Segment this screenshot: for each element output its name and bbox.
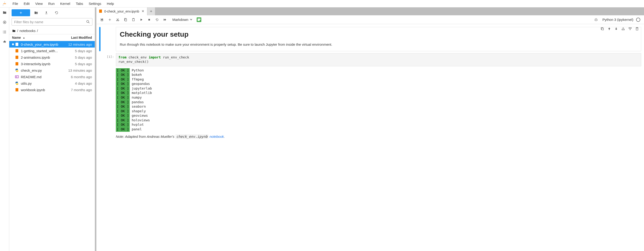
new-folder-icon[interactable] (32, 9, 40, 16)
ok-badge: [ OK ] (116, 91, 130, 95)
svg-rect-24 (16, 58, 17, 58)
file-row[interactable]: 3-interactivity.ipynb5 days ago (9, 61, 95, 67)
restart-icon[interactable] (153, 17, 161, 23)
menu-settings[interactable]: Settings (86, 1, 104, 7)
file-name: README.md (21, 75, 69, 79)
svg-rect-22 (16, 56, 18, 57)
kernel-name[interactable]: Python 3 (ipykernel) (602, 18, 633, 22)
note-link[interactable]: notebook (210, 135, 224, 138)
svg-rect-32 (16, 89, 18, 89)
output-check-row: [ OK ]numpy (116, 95, 641, 100)
file-row[interactable]: 2-animations.ipynb5 days ago (9, 54, 95, 61)
file-row[interactable]: 1-getting_started_with...5 days ago (9, 48, 95, 54)
notebook-toolbar: Markdown Python 3 (ipykernel) (96, 15, 644, 24)
ok-badge: [ OK ] (116, 122, 130, 127)
new-tab-button[interactable]: + (147, 8, 155, 15)
col-name-label[interactable]: Name (12, 36, 21, 40)
menu-tabs[interactable]: Tabs (74, 1, 86, 7)
running-kernels-icon[interactable] (2, 20, 7, 25)
svg-rect-9 (4, 33, 6, 33)
svg-rect-37 (100, 11, 102, 11)
svg-rect-23 (16, 57, 18, 58)
svg-point-11 (87, 21, 89, 23)
insert-cell-icon[interactable] (106, 17, 114, 23)
folder-icon[interactable] (2, 10, 7, 15)
output-check-row: [ OK ]jupyterlab (116, 86, 641, 91)
run-icon[interactable] (138, 17, 145, 23)
menu-help[interactable]: Help (104, 1, 116, 7)
output-check-row: [ OK ]holoviews (116, 118, 641, 123)
file-modified: 13 minutes ago (66, 68, 92, 72)
file-row[interactable]: utils.py4 days ago (9, 80, 95, 87)
ok-badge: [ OK ] (116, 86, 130, 91)
python-icon (15, 81, 19, 85)
svg-rect-50 (133, 18, 134, 19)
cut-icon[interactable] (114, 17, 122, 23)
svg-rect-54 (198, 20, 200, 21)
markdown-heading: Checking your setup (120, 30, 637, 38)
menu-run[interactable]: Run (46, 1, 57, 7)
render-side-by-side-icon[interactable] (197, 18, 201, 22)
ok-badge: [ OK ] (116, 100, 130, 105)
check-name: panel (130, 127, 142, 132)
markdown-cell[interactable]: ▼ Checking your setup Run through this n… (99, 27, 641, 51)
check-name: shapely (130, 109, 146, 114)
svg-rect-34 (16, 90, 17, 91)
file-name: utils.py (21, 81, 73, 85)
cell-type-select[interactable]: Markdown (170, 18, 194, 22)
close-icon[interactable] (141, 9, 145, 14)
breadcrumb-root[interactable]: / (17, 29, 18, 33)
file-row[interactable]: workbook.ipynb7 months ago (9, 87, 95, 93)
file-filter-input[interactable] (12, 18, 92, 26)
check-name: Python (130, 68, 144, 73)
svg-line-12 (88, 22, 90, 23)
svg-rect-7 (4, 32, 6, 32)
interrupt-icon[interactable] (146, 17, 153, 23)
code-input[interactable]: from check_env import run_env_check run_… (116, 53, 641, 66)
jupyter-logo-icon (2, 1, 8, 7)
file-list-header[interactable]: Name ▲ Last Modified (9, 34, 95, 41)
file-modified: 5 days ago (73, 56, 92, 59)
svg-point-1 (3, 5, 4, 5)
ok-badge: [ OK ] (116, 104, 130, 109)
copy-icon[interactable] (122, 17, 129, 23)
menu-view[interactable]: View (33, 1, 45, 7)
save-icon[interactable] (98, 17, 106, 23)
new-launcher-button[interactable] (12, 9, 30, 16)
tab-notebook[interactable]: 0-check_your_env.ipynb (96, 8, 147, 15)
file-row[interactable]: check_env.py13 minutes ago (9, 67, 95, 74)
dirty-indicator-icon (12, 43, 14, 45)
ok-badge: [ OK ] (116, 118, 130, 123)
check-name: holoviews (130, 118, 150, 123)
extensions-icon[interactable] (2, 40, 7, 44)
file-name: 2-animations.ipynb (21, 56, 73, 59)
file-row[interactable]: 0-check_your_env.ipynb12 minutes ago (9, 41, 95, 48)
file-list: 0-check_your_env.ipynb12 minutes ago1-ge… (9, 41, 95, 251)
cell-type-label: Markdown (172, 18, 188, 22)
file-modified: 5 days ago (73, 49, 92, 53)
upload-icon[interactable] (42, 9, 50, 16)
sort-asc-icon: ▲ (23, 37, 25, 39)
svg-text:M↓: M↓ (16, 76, 18, 78)
menu-kernel[interactable]: Kernel (58, 1, 72, 7)
collapse-heading-icon[interactable]: ▼ (96, 31, 97, 34)
debugger-icon[interactable] (592, 17, 600, 23)
output-check-row: [ OK ]seaborn (116, 104, 641, 109)
ok-badge: [ OK ] (116, 113, 130, 118)
toc-icon[interactable] (2, 30, 7, 34)
file-name: check_env.py (21, 68, 66, 72)
kernel-status-icon[interactable] (636, 18, 640, 22)
menu-file[interactable]: File (10, 1, 20, 7)
menu-edit[interactable]: Edit (21, 1, 32, 7)
code-prompt: [1]: (102, 53, 116, 139)
notebook-icon (15, 62, 19, 66)
breadcrumb[interactable]: / notebooks / (9, 27, 95, 34)
col-modified-label[interactable]: Last Modified (71, 36, 92, 40)
code-cell[interactable]: [1]: from check_env import run_env_check… (99, 53, 641, 139)
svg-point-8 (3, 33, 3, 33)
paste-icon[interactable] (130, 17, 137, 23)
breadcrumb-folder[interactable]: notebooks (20, 29, 36, 33)
file-row[interactable]: M↓README.md6 months ago (9, 74, 95, 80)
refresh-icon[interactable] (52, 9, 61, 16)
restart-run-all-icon[interactable] (161, 17, 169, 23)
